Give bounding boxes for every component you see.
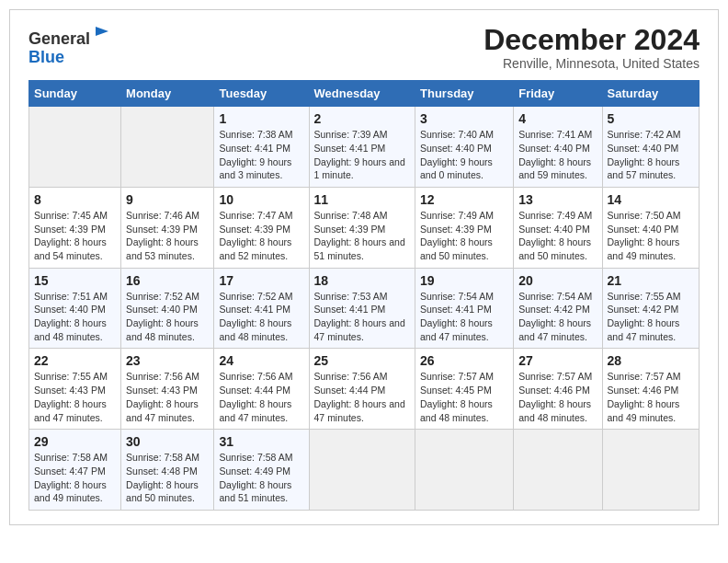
table-row: 11Sunrise: 7:48 AMSunset: 4:39 PMDayligh… bbox=[309, 187, 415, 268]
table-row: 23Sunrise: 7:56 AMSunset: 4:43 PMDayligh… bbox=[121, 349, 214, 430]
table-row: 28Sunrise: 7:57 AMSunset: 4:46 PMDayligh… bbox=[602, 349, 699, 430]
table-row: 10Sunrise: 7:47 AMSunset: 4:39 PMDayligh… bbox=[214, 187, 309, 268]
table-row: 24Sunrise: 7:56 AMSunset: 4:44 PMDayligh… bbox=[214, 349, 309, 430]
day-info: Sunrise: 7:46 AMSunset: 4:39 PMDaylight:… bbox=[126, 209, 209, 263]
logo: General Blue bbox=[28, 24, 112, 67]
table-row: 31Sunrise: 7:58 AMSunset: 4:49 PMDayligh… bbox=[214, 430, 309, 511]
table-row: 25Sunrise: 7:56 AMSunset: 4:44 PMDayligh… bbox=[309, 349, 415, 430]
page-header: General Blue December 2024 Renville, Min… bbox=[28, 24, 700, 71]
day-number: 29 bbox=[34, 434, 116, 449]
calendar-week-3: 15Sunrise: 7:51 AMSunset: 4:40 PMDayligh… bbox=[29, 268, 700, 349]
day-number: 12 bbox=[420, 192, 508, 207]
calendar-table: Sunday Monday Tuesday Wednesday Thursday… bbox=[28, 80, 700, 511]
day-number: 19 bbox=[420, 273, 508, 288]
table-row bbox=[309, 430, 415, 511]
table-row: 29Sunrise: 7:58 AMSunset: 4:47 PMDayligh… bbox=[29, 430, 121, 511]
day-number: 18 bbox=[314, 273, 410, 288]
day-info: Sunrise: 7:45 AMSunset: 4:39 PMDaylight:… bbox=[34, 209, 116, 263]
table-row: 1Sunrise: 7:38 AMSunset: 4:41 PMDaylight… bbox=[214, 107, 309, 188]
svg-marker-0 bbox=[96, 27, 108, 36]
day-info: Sunrise: 7:56 AMSunset: 4:44 PMDaylight:… bbox=[314, 370, 410, 424]
day-info: Sunrise: 7:49 AMSunset: 4:39 PMDaylight:… bbox=[420, 209, 508, 263]
day-number: 8 bbox=[34, 192, 116, 207]
day-number: 4 bbox=[518, 111, 597, 126]
table-row: 16Sunrise: 7:52 AMSunset: 4:40 PMDayligh… bbox=[121, 268, 214, 349]
col-sunday: Sunday bbox=[29, 81, 121, 107]
day-info: Sunrise: 7:39 AMSunset: 4:41 PMDaylight:… bbox=[314, 128, 410, 182]
table-row: 27Sunrise: 7:57 AMSunset: 4:46 PMDayligh… bbox=[514, 349, 602, 430]
table-row: 2Sunrise: 7:39 AMSunset: 4:41 PMDaylight… bbox=[309, 107, 415, 188]
table-row: 5Sunrise: 7:42 AMSunset: 4:40 PMDaylight… bbox=[602, 107, 699, 188]
day-info: Sunrise: 7:58 AMSunset: 4:48 PMDaylight:… bbox=[126, 451, 209, 505]
table-row: 13Sunrise: 7:49 AMSunset: 4:40 PMDayligh… bbox=[514, 187, 602, 268]
day-info: Sunrise: 7:48 AMSunset: 4:39 PMDaylight:… bbox=[314, 209, 410, 263]
calendar-week-2: 8Sunrise: 7:45 AMSunset: 4:39 PMDaylight… bbox=[29, 187, 700, 268]
table-row bbox=[29, 107, 121, 188]
day-number: 31 bbox=[219, 434, 303, 449]
col-thursday: Thursday bbox=[415, 81, 514, 107]
day-number: 9 bbox=[126, 192, 209, 207]
day-info: Sunrise: 7:58 AMSunset: 4:47 PMDaylight:… bbox=[34, 451, 116, 505]
day-number: 15 bbox=[34, 273, 116, 288]
day-info: Sunrise: 7:55 AMSunset: 4:42 PMDaylight:… bbox=[608, 290, 694, 344]
table-row: 15Sunrise: 7:51 AMSunset: 4:40 PMDayligh… bbox=[29, 268, 121, 349]
day-info: Sunrise: 7:52 AMSunset: 4:40 PMDaylight:… bbox=[126, 290, 209, 344]
day-info: Sunrise: 7:58 AMSunset: 4:49 PMDaylight:… bbox=[219, 451, 303, 505]
day-number: 10 bbox=[219, 192, 303, 207]
day-number: 28 bbox=[608, 353, 694, 368]
table-row: 8Sunrise: 7:45 AMSunset: 4:39 PMDaylight… bbox=[29, 187, 121, 268]
day-number: 26 bbox=[420, 353, 508, 368]
day-number: 11 bbox=[314, 192, 410, 207]
day-number: 3 bbox=[420, 111, 508, 126]
calendar-week-4: 22Sunrise: 7:55 AMSunset: 4:43 PMDayligh… bbox=[29, 349, 700, 430]
col-monday: Monday bbox=[121, 81, 214, 107]
table-row: 12Sunrise: 7:49 AMSunset: 4:39 PMDayligh… bbox=[415, 187, 514, 268]
day-info: Sunrise: 7:51 AMSunset: 4:40 PMDaylight:… bbox=[34, 290, 116, 344]
table-row: 4Sunrise: 7:41 AMSunset: 4:40 PMDaylight… bbox=[514, 107, 602, 188]
day-info: Sunrise: 7:56 AMSunset: 4:44 PMDaylight:… bbox=[219, 370, 303, 424]
calendar-page: General Blue December 2024 Renville, Min… bbox=[9, 9, 719, 525]
table-row: 9Sunrise: 7:46 AMSunset: 4:39 PMDaylight… bbox=[121, 187, 214, 268]
month-title: December 2024 bbox=[483, 24, 700, 56]
table-row: 26Sunrise: 7:57 AMSunset: 4:45 PMDayligh… bbox=[415, 349, 514, 430]
col-saturday: Saturday bbox=[602, 81, 699, 107]
day-info: Sunrise: 7:57 AMSunset: 4:46 PMDaylight:… bbox=[608, 370, 694, 424]
day-info: Sunrise: 7:52 AMSunset: 4:41 PMDaylight:… bbox=[219, 290, 303, 344]
logo-flag-icon bbox=[92, 24, 112, 44]
day-number: 17 bbox=[219, 273, 303, 288]
day-number: 2 bbox=[314, 111, 410, 126]
table-row: 19Sunrise: 7:54 AMSunset: 4:41 PMDayligh… bbox=[415, 268, 514, 349]
day-info: Sunrise: 7:41 AMSunset: 4:40 PMDaylight:… bbox=[518, 128, 597, 182]
day-info: Sunrise: 7:53 AMSunset: 4:41 PMDaylight:… bbox=[314, 290, 410, 344]
table-row bbox=[121, 107, 214, 188]
day-number: 14 bbox=[608, 192, 694, 207]
day-info: Sunrise: 7:56 AMSunset: 4:43 PMDaylight:… bbox=[126, 370, 209, 424]
col-wednesday: Wednesday bbox=[309, 81, 415, 107]
day-number: 24 bbox=[219, 353, 303, 368]
day-info: Sunrise: 7:54 AMSunset: 4:41 PMDaylight:… bbox=[420, 290, 508, 344]
calendar-week-5: 29Sunrise: 7:58 AMSunset: 4:47 PMDayligh… bbox=[29, 430, 700, 511]
day-number: 5 bbox=[608, 111, 694, 126]
day-number: 13 bbox=[518, 192, 597, 207]
day-info: Sunrise: 7:42 AMSunset: 4:40 PMDaylight:… bbox=[608, 128, 694, 182]
calendar-header: Sunday Monday Tuesday Wednesday Thursday… bbox=[29, 81, 700, 107]
logo-general: General bbox=[28, 29, 90, 48]
day-number: 30 bbox=[126, 434, 209, 449]
calendar-week-1: 1Sunrise: 7:38 AMSunset: 4:41 PMDaylight… bbox=[29, 107, 700, 188]
day-info: Sunrise: 7:49 AMSunset: 4:40 PMDaylight:… bbox=[518, 209, 597, 263]
header-row: Sunday Monday Tuesday Wednesday Thursday… bbox=[29, 81, 700, 107]
table-row: 20Sunrise: 7:54 AMSunset: 4:42 PMDayligh… bbox=[514, 268, 602, 349]
day-number: 22 bbox=[34, 353, 116, 368]
logo-blue: Blue bbox=[28, 48, 64, 66]
table-row bbox=[514, 430, 602, 511]
table-row: 17Sunrise: 7:52 AMSunset: 4:41 PMDayligh… bbox=[214, 268, 309, 349]
day-info: Sunrise: 7:40 AMSunset: 4:40 PMDaylight:… bbox=[420, 128, 508, 182]
location: Renville, Minnesota, United States bbox=[483, 56, 700, 71]
table-row: 22Sunrise: 7:55 AMSunset: 4:43 PMDayligh… bbox=[29, 349, 121, 430]
table-row: 18Sunrise: 7:53 AMSunset: 4:41 PMDayligh… bbox=[309, 268, 415, 349]
table-row: 30Sunrise: 7:58 AMSunset: 4:48 PMDayligh… bbox=[121, 430, 214, 511]
table-row bbox=[415, 430, 514, 511]
table-row: 14Sunrise: 7:50 AMSunset: 4:40 PMDayligh… bbox=[602, 187, 699, 268]
day-info: Sunrise: 7:54 AMSunset: 4:42 PMDaylight:… bbox=[518, 290, 597, 344]
day-number: 21 bbox=[608, 273, 694, 288]
